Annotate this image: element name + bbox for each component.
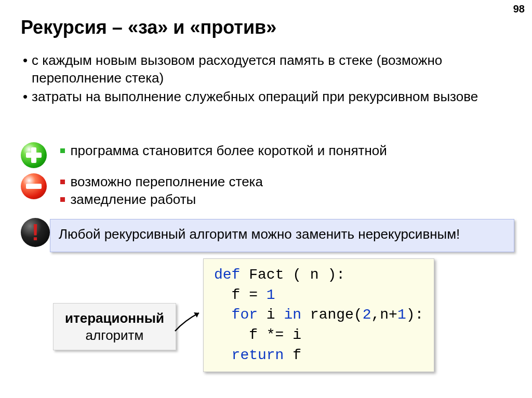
code-keyword: def — [214, 267, 240, 283]
list-item: замедление работы — [60, 191, 263, 209]
code-text: f — [284, 347, 301, 363]
plus-icon — [21, 142, 47, 168]
list-item: программа становится более короткой и по… — [60, 142, 387, 160]
bullet-list: • с каждым новым вызовом расходуется пам… — [21, 52, 509, 106]
code-keyword: return — [214, 347, 284, 363]
square-bullet-icon — [60, 197, 65, 202]
code-text: i — [292, 327, 301, 343]
page-number: 98 — [513, 3, 525, 15]
bullet-dot: • — [23, 88, 28, 106]
code-text: range( — [301, 307, 363, 323]
code-keyword: for — [214, 307, 258, 323]
pros-block: программа становится более короткой и по… — [21, 142, 387, 168]
cons-list: возможно переполнение стека замедление р… — [60, 173, 263, 209]
code-number: 1 — [397, 307, 406, 323]
bullet-item: • с каждым новым вызовом расходуется пам… — [21, 52, 509, 87]
code-text: Fact ( n ): — [240, 267, 345, 283]
cons-block: возможно переполнение стека замедление р… — [21, 173, 263, 209]
pro-text: программа становится более короткой и по… — [70, 142, 387, 160]
code-text: ): — [406, 307, 424, 323]
svg-marker-0 — [194, 312, 199, 318]
minus-icon — [21, 173, 47, 199]
code-text: f — [214, 287, 240, 303]
con-text: возможно переполнение стека — [70, 173, 263, 191]
code-text: *= — [258, 327, 292, 343]
label-plain: алгоритм — [86, 327, 144, 343]
square-bullet-icon — [60, 180, 65, 184]
pros-list: программа становится более короткой и по… — [60, 142, 387, 160]
code-text: i — [258, 307, 284, 323]
code-number: 2 — [363, 307, 371, 323]
exclamation-icon: ! — [21, 218, 50, 247]
code-keyword: in — [284, 307, 301, 323]
code-text: = — [240, 287, 266, 303]
bullet-text: затраты на выполнение служебных операций… — [32, 88, 478, 106]
code-text: ,n+ — [371, 307, 397, 323]
note-callout: Любой рекурсивный алгоритм можно заменит… — [50, 219, 514, 252]
square-bullet-icon — [60, 148, 65, 153]
code-text: f — [214, 327, 258, 343]
exclamation-mark: ! — [32, 221, 39, 244]
bullet-dot: • — [23, 52, 28, 70]
list-item: возможно переполнение стека — [60, 173, 263, 191]
page-title: Рекурсия – «за» и «против» — [21, 17, 276, 38]
con-text: замедление работы — [70, 191, 196, 209]
code-number: 1 — [267, 287, 275, 303]
label-bold: итерационный — [65, 310, 164, 326]
bullet-item: • затраты на выполнение служебных операц… — [21, 88, 509, 106]
bullet-text: с каждым новым вызовом расходуется памят… — [32, 52, 509, 87]
code-block: def Fact ( n ): f = 1 for i in range(2,n… — [203, 258, 434, 372]
label-callout: итерационный алгоритм — [53, 303, 176, 350]
